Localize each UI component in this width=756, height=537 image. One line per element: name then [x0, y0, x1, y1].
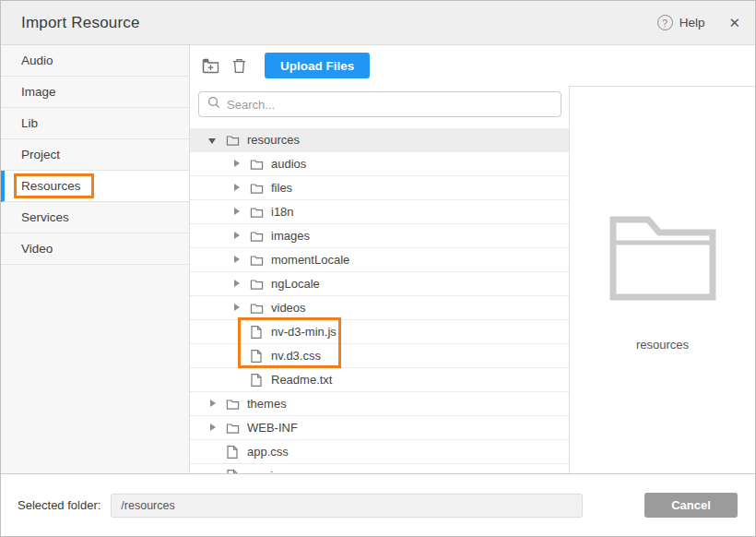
folder-icon — [249, 158, 264, 171]
close-icon[interactable]: ✕ — [728, 15, 740, 31]
expander-arrow-icon[interactable] — [232, 256, 242, 265]
file-icon — [249, 326, 264, 339]
tree-row-label: images — [271, 229, 310, 243]
sidebar-item-services[interactable]: Services — [1, 202, 189, 233]
folder-icon — [225, 134, 240, 147]
expander-arrow-icon — [232, 352, 242, 361]
folder-icon — [249, 278, 264, 291]
tree-row-audios[interactable]: audios — [190, 152, 569, 176]
tree-row-nv.d3.css[interactable]: nv.d3.css — [190, 344, 569, 368]
search-icon — [207, 96, 220, 113]
folder-icon — [225, 422, 240, 435]
tree-rows: resources audios files i18n — [190, 128, 569, 473]
sidebar-item-label: Video — [21, 242, 53, 256]
folder-icon — [249, 302, 264, 315]
tree-row-label: nv-d3-min.js — [271, 325, 337, 339]
expander-arrow-icon — [232, 376, 242, 385]
tree-row-i18n[interactable]: i18n — [190, 200, 569, 224]
tree-row-label: WEB-INF — [247, 421, 298, 435]
expander-arrow-icon — [208, 471, 218, 474]
dialog-footer: Selected folder: Cancel — [1, 473, 755, 536]
folder-icon — [249, 230, 264, 243]
expander-arrow-icon — [232, 328, 242, 337]
sidebar: Audio Image Lib Project Resources Servic… — [1, 45, 190, 473]
help-link[interactable]: Help — [679, 16, 705, 30]
page-title: Import Resource — [21, 14, 140, 32]
sidebar-item-lib[interactable]: Lib — [1, 108, 189, 139]
tree-row-files[interactable]: files — [190, 176, 569, 200]
tree-row-app.js[interactable]: app.js — [190, 464, 569, 473]
expander-arrow-icon[interactable] — [232, 280, 242, 289]
tree-row-Readme.txt[interactable]: Readme.txt — [190, 368, 569, 392]
expander-arrow-icon[interactable] — [208, 400, 218, 409]
selected-folder-label: Selected folder: — [18, 498, 100, 512]
tree-row-label: nv.d3.css — [271, 349, 321, 363]
file-icon — [249, 350, 264, 363]
expander-arrow-icon — [208, 448, 218, 457]
expander-arrow-icon[interactable] — [232, 232, 242, 241]
tree-row-label: Readme.txt — [271, 373, 332, 387]
expander-arrow-icon[interactable] — [208, 136, 218, 145]
folder-icon — [249, 182, 264, 195]
sidebar-item-label: Project — [21, 148, 60, 161]
upload-files-button[interactable]: Upload Files — [265, 53, 370, 78]
file-icon — [249, 374, 264, 387]
tree-row-ngLocale[interactable]: ngLocale — [190, 272, 569, 296]
tree-row-label: resources — [247, 133, 300, 147]
expander-arrow-icon[interactable] — [208, 424, 218, 433]
expander-arrow-icon[interactable] — [232, 184, 242, 193]
cancel-button[interactable]: Cancel — [644, 493, 738, 518]
tree-row-label: ngLocale — [271, 277, 320, 291]
file-tree-panel: resources audios files i18n — [190, 86, 570, 473]
delete-icon[interactable] — [227, 54, 251, 78]
expander-arrow-icon[interactable] — [232, 304, 242, 313]
toolbar: Upload Files — [190, 45, 755, 86]
tree-row-videos[interactable]: videos — [190, 296, 569, 320]
sidebar-item-image[interactable]: Image — [1, 77, 189, 108]
folder-icon — [225, 398, 240, 411]
sidebar-item-project[interactable]: Project — [1, 139, 189, 171]
file-icon — [225, 446, 240, 459]
tree-row-label: app.css — [247, 445, 289, 459]
tree-row-label: app.js — [247, 469, 279, 473]
sidebar-item-label: Audio — [21, 54, 53, 67]
sidebar-item-video[interactable]: Video — [1, 233, 189, 265]
sidebar-item-label: Resources — [14, 173, 94, 198]
expander-arrow-icon[interactable] — [232, 160, 242, 169]
tree-row-label: videos — [271, 301, 306, 315]
tree-row-WEB-INF[interactable]: WEB-INF — [190, 416, 569, 440]
sidebar-item-label: Image — [21, 85, 56, 99]
tree-row-images[interactable]: images — [190, 224, 569, 248]
expander-arrow-icon[interactable] — [232, 208, 242, 217]
tree-row-resources[interactable]: resources — [190, 128, 569, 152]
tree-row-label: themes — [247, 397, 287, 411]
tree-row-nv-d3-min.js[interactable]: nv-d3-min.js — [190, 320, 569, 344]
folder-icon — [608, 214, 718, 306]
tree-row-momentLocale[interactable]: momentLocale — [190, 248, 569, 272]
search-box — [198, 91, 561, 117]
tree-row-label: i18n — [271, 205, 294, 219]
dialog-header: Import Resource ? Help ✕ — [1, 1, 755, 45]
import-resource-dialog: Import Resource ? Help ✕ Audio Image Lib… — [0, 0, 756, 537]
main-panel: Upload Files — [190, 45, 755, 473]
file-icon — [225, 470, 240, 474]
new-folder-icon[interactable] — [198, 54, 222, 78]
preview-panel: resources — [570, 86, 755, 473]
tree-row-label: momentLocale — [271, 253, 349, 267]
sidebar-item-label: Services — [21, 210, 69, 224]
sidebar-item-audio[interactable]: Audio — [1, 45, 189, 77]
folder-icon — [249, 206, 264, 219]
help-icon[interactable]: ? — [657, 15, 673, 30]
sidebar-item-label: Lib — [21, 116, 38, 130]
tree-row-app.css[interactable]: app.css — [190, 440, 569, 464]
selected-folder-input[interactable] — [111, 494, 583, 518]
folder-icon — [249, 254, 264, 267]
search-input[interactable] — [227, 98, 552, 112]
tree-row-label: audios — [271, 157, 306, 171]
tree-row-label: files — [271, 181, 292, 195]
sidebar-item-resources[interactable]: Resources — [1, 171, 189, 202]
preview-folder-name: resources — [636, 338, 689, 352]
tree-row-themes[interactable]: themes — [190, 392, 569, 416]
